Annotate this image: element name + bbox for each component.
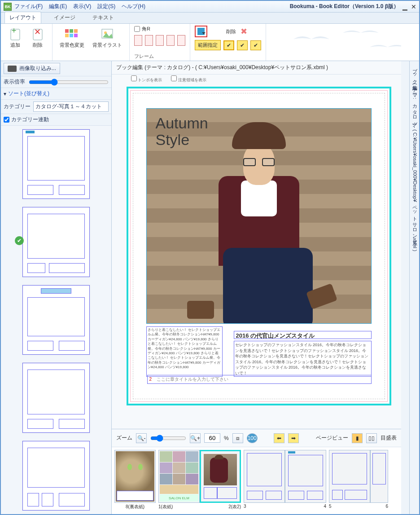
ribbon-tabs: レイアウト イメージ テキスト <box>1 13 419 23</box>
delete-label: 削除 <box>33 42 43 48</box>
layout-thumb-4[interactable] <box>22 363 90 432</box>
svg-rect-4 <box>65 29 69 33</box>
menu-help[interactable]: ヘルプ(H) <box>122 3 145 10</box>
category-sync-checkbox[interactable]: カテゴリー連動 <box>4 116 49 123</box>
effect-preview-icon[interactable] <box>195 26 207 37</box>
zoom-label: 表示倍率 <box>4 78 25 86</box>
app-title: Bookuma - Book Editor（Version 1.0 β版） <box>290 3 399 10</box>
page-number: 2 <box>149 377 152 382</box>
category-dropdown[interactable]: カタログ-写真１～４カット <box>33 101 109 112</box>
corner-label: 角R <box>142 26 150 32</box>
category-sync-label: カテゴリー連動 <box>11 116 49 123</box>
range-check-1[interactable]: ✔ <box>223 40 234 50</box>
add-label: 追加 <box>10 42 20 48</box>
main-photo-frame[interactable]: AutumnStyle <box>146 108 372 324</box>
caution-checkbox[interactable]: 注意領域を表示 <box>171 75 206 83</box>
page-filmstrip[interactable]: 8(裏表紙) SALON ELM <box>112 447 401 514</box>
menu-settings[interactable]: 設定(S) <box>97 3 115 10</box>
image-import-label: 画像取り込み... <box>19 65 56 72</box>
main-area: 画像取り込み... 表示倍率 ▾ ソート(並び替え) カテゴリー カタログ-写真… <box>1 61 419 514</box>
prev-page-button[interactable]: ⬅ <box>274 433 284 443</box>
sort-chevron-icon[interactable]: ▾ <box>4 91 6 97</box>
range-check-2[interactable]: ✔ <box>237 40 248 50</box>
layout-thumb-1[interactable] <box>22 129 90 199</box>
tab-layout[interactable]: レイアウト <box>4 12 41 23</box>
zoom-value-input[interactable] <box>204 433 220 443</box>
add-button[interactable]: ＋ 追加 <box>5 26 25 49</box>
tab-text[interactable]: テキスト <box>88 12 118 23</box>
frame-option-1[interactable] <box>134 35 142 46</box>
minimize-button[interactable]: ▁ <box>402 3 407 10</box>
image-import-button[interactable]: 画像取り込み... <box>4 63 60 74</box>
svg-rect-6 <box>74 29 78 33</box>
bgcolor-button[interactable]: 背景色変更 <box>57 26 87 49</box>
layout-thumb-5[interactable] <box>22 441 90 511</box>
range-select-label: 範囲指定 <box>195 40 221 50</box>
pageview-label: ページビュー <box>316 434 348 442</box>
pageview-single-button[interactable]: ▮ <box>352 433 363 443</box>
frame-option-4[interactable] <box>166 35 175 46</box>
camera-icon <box>8 66 17 72</box>
selected-check-icon: ✔ <box>15 236 24 245</box>
corner-checkbox[interactable]: 角R <box>134 26 150 32</box>
page-chapter-title[interactable]: 2 ここに章タイトルを入力して下さい <box>147 375 372 384</box>
headline-frame[interactable]: 2016 の代官山メンズスタイル <box>234 331 372 339</box>
zoom-in-button[interactable]: 🔍+ <box>190 433 201 443</box>
svg-text:＋: ＋ <box>10 26 18 35</box>
zoom-slider[interactable] <box>150 435 186 442</box>
next-page-button[interactable]: ➡ <box>288 433 299 443</box>
fs-page-8[interactable]: 8(裏表紙) <box>114 450 156 510</box>
right-dock-tab[interactable]: ブック編集 (テーマ : カタログ) - ( C:¥Users¥osaki_00… <box>409 61 419 514</box>
page[interactable]: AutumnStyle さらりと着こな <box>127 87 391 405</box>
fit-selection-button[interactable]: ⧈ <box>232 433 243 443</box>
bgcolor-label: 背景色変更 <box>60 42 84 48</box>
photo-overlay-title: AutumnStyle <box>156 115 208 149</box>
canvas[interactable]: トンボを表示 注意領域を表示 AutumnStyle <box>112 75 401 429</box>
layout-thumb-2-selected[interactable]: ✔ <box>22 207 90 277</box>
bgillust-label: 背景イラスト <box>92 42 122 48</box>
thumbnail-zoom-slider[interactable] <box>29 79 109 86</box>
delete2-icon[interactable]: ✖ <box>241 26 247 36</box>
tombo-checkbox[interactable]: トンボを表示 <box>131 75 162 83</box>
app-window: BK ファイル(F) 編集(E) 表示(V) 設定(S) ヘルプ(H) Book… <box>0 0 420 515</box>
delete2-label: 削除 <box>226 28 236 35</box>
sort-link[interactable]: ソート(並び替え) <box>8 90 49 97</box>
zoom-toolbar: ズーム 🔍- 🔍+ % ⧈ 100 ⬅ ➡ ページビュー ▮ ▯▯ 目盛表 <box>112 429 401 447</box>
range-check-3[interactable]: ✔ <box>250 40 261 50</box>
fs-spread-3-4[interactable]: 3 4 <box>244 450 326 509</box>
document-path: ブック編集 (テーマ : カタログ) - ( C:¥Users¥osaki_00… <box>112 61 401 75</box>
ribbon: ＋ 追加 ✕ 削除 背景色変更 背景イラスト <box>1 23 419 61</box>
frame-option-2[interactable] <box>145 35 153 46</box>
svg-rect-9 <box>74 34 78 37</box>
chapter-title-hint: ここに章タイトルを入力して下さい <box>157 377 228 382</box>
fs-spread-5-6[interactable]: 5 6 <box>329 450 388 509</box>
frame-option-5[interactable] <box>177 35 185 46</box>
menu-file[interactable]: ファイル(F) <box>14 3 43 10</box>
fs-spread-1-2[interactable]: SALON ELM 1(表紙) 2(表2) <box>158 450 241 510</box>
salon-label: SALON ELM <box>160 494 198 502</box>
pageview-spread-button[interactable]: ▯▯ <box>366 433 377 443</box>
menu-edit[interactable]: 編集(E) <box>49 3 67 10</box>
body-text-frame[interactable]: セレクトショップのファッションスタイル 2016。今年の秋冬コレクションを見逃さ… <box>234 341 372 377</box>
svg-text:✕: ✕ <box>34 27 41 36</box>
vertical-scrollbar[interactable] <box>401 61 409 514</box>
svg-rect-8 <box>70 34 73 37</box>
editor-area: ブック編集 (テーマ : カタログ) - ( C:¥Users¥osaki_00… <box>112 61 401 514</box>
bgillust-button[interactable]: 背景イラスト <box>90 26 125 49</box>
titlebar: BK ファイル(F) 編集(E) 表示(V) 設定(S) ヘルプ(H) Book… <box>1 1 419 13</box>
zoom-out-button[interactable]: 🔍- <box>136 433 147 443</box>
side-text-frame[interactable]: さらりと着こなしたい！ セレクトショップエルム発。今年の秋冬コレクションHAT¥… <box>146 326 223 377</box>
frame-option-3[interactable] <box>156 35 164 46</box>
category-label: カテゴリー <box>4 103 31 110</box>
scale-label: 目盛表 <box>381 434 397 442</box>
svg-rect-7 <box>65 34 69 37</box>
close-button[interactable]: ✕ <box>411 3 416 10</box>
menu-view[interactable]: 表示(V) <box>73 3 91 10</box>
layout-thumbnails[interactable]: ✔ <box>1 126 111 514</box>
percent-label: % <box>224 435 229 441</box>
tab-image[interactable]: イメージ <box>49 12 80 23</box>
frame-group-label: フレーム <box>134 53 154 60</box>
delete-button[interactable]: ✕ 削除 <box>28 26 48 49</box>
fit-100-button[interactable]: 100 <box>247 433 258 443</box>
layout-thumb-3[interactable] <box>22 285 90 355</box>
